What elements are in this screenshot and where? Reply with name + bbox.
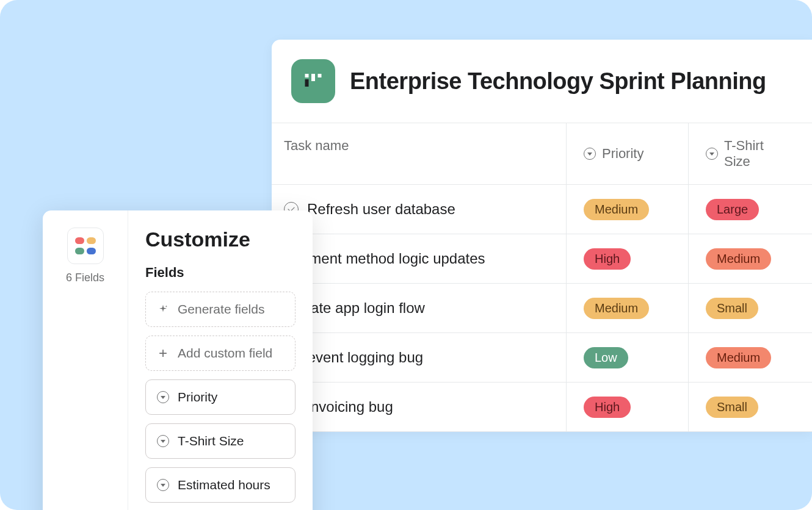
task-cell[interactable]: Refresh user database	[272, 185, 566, 234]
field-label: T-Shirt Size	[178, 434, 244, 448]
priority-pill[interactable]: High	[584, 397, 631, 418]
field-item[interactable]: Estimated hours	[145, 467, 295, 503]
table-header: Task name Priority T-Shirt Size	[272, 123, 812, 185]
svg-rect-0	[305, 74, 309, 77]
customize-main: Customize Fields Generate fields + Add c…	[128, 210, 313, 510]
priority-cell[interactable]: High	[566, 234, 688, 283]
task-cell[interactable]: Payment method logic updates	[272, 234, 566, 283]
column-header-size[interactable]: T-Shirt Size	[688, 123, 810, 184]
task-name: Payment method logic updates	[284, 250, 485, 267]
plus-icon: +	[157, 347, 169, 359]
add-custom-field-label: Add custom field	[178, 346, 272, 361]
priority-pill[interactable]: Medium	[584, 298, 649, 319]
dropdown-icon	[157, 479, 169, 491]
column-header-priority[interactable]: Priority	[566, 123, 688, 184]
sparkle-icon	[157, 303, 169, 315]
table-row[interactable]: Fix invoicing bugHighSmall	[272, 382, 812, 432]
task-cell[interactable]: Fix event logging bug	[272, 333, 566, 382]
size-cell[interactable]: Small	[688, 284, 810, 332]
svg-rect-1	[305, 79, 309, 87]
table-row[interactable]: Update app login flowMediumSmall	[272, 284, 812, 333]
size-pill[interactable]: Small	[706, 397, 758, 418]
priority-pill[interactable]: Low	[584, 347, 628, 368]
customize-title: Customize	[145, 228, 295, 251]
table-row[interactable]: Fix event logging bugLowMedium	[272, 333, 812, 382]
priority-pill[interactable]: Medium	[584, 199, 649, 220]
priority-cell[interactable]: Low	[566, 333, 688, 382]
dropdown-icon	[584, 148, 596, 160]
project-header: Enterprise Technology Sprint Planning	[272, 40, 812, 123]
priority-pill[interactable]: High	[584, 248, 631, 270]
column-header-task[interactable]: Task name	[272, 123, 566, 184]
table-row[interactable]: Payment method logic updatesHighMedium	[272, 234, 812, 284]
size-cell[interactable]: Small	[688, 382, 810, 431]
field-label: Estimated hours	[178, 478, 270, 492]
svg-rect-2	[311, 74, 315, 81]
project-title: Enterprise Technology Sprint Planning	[350, 68, 766, 95]
column-label: Priority	[602, 146, 643, 162]
main-panel: Enterprise Technology Sprint Planning Ta…	[272, 40, 812, 432]
size-cell[interactable]: Medium	[688, 333, 810, 382]
size-pill[interactable]: Medium	[706, 347, 771, 368]
table-body: Refresh user databaseMediumLargePayment …	[272, 185, 812, 432]
task-name: Refresh user database	[307, 201, 455, 218]
task-cell[interactable]: Update app login flow	[272, 284, 566, 332]
size-pill[interactable]: Small	[706, 298, 758, 319]
table-row[interactable]: Refresh user databaseMediumLarge	[272, 185, 812, 234]
column-label: T-Shirt Size	[724, 138, 793, 170]
priority-cell[interactable]: Medium	[566, 284, 688, 332]
customize-panel: 6 Fields Customize Fields Generate field…	[43, 210, 313, 510]
task-cell[interactable]: Fix invoicing bug	[272, 382, 566, 431]
dropdown-icon	[157, 435, 169, 447]
generate-fields-button[interactable]: Generate fields	[145, 292, 295, 327]
size-cell[interactable]: Medium	[688, 234, 810, 283]
field-list: PriorityT-Shirt SizeEstimated hours	[145, 379, 295, 503]
project-icon	[291, 59, 335, 103]
customize-subtitle: Fields	[145, 265, 295, 281]
field-label: Priority	[178, 390, 217, 404]
add-custom-field-button[interactable]: + Add custom field	[145, 336, 295, 371]
field-item[interactable]: T-Shirt Size	[145, 423, 295, 459]
fields-count: 6 Fields	[66, 271, 104, 284]
dropdown-icon	[706, 148, 718, 160]
priority-cell[interactable]: Medium	[566, 185, 688, 234]
size-pill[interactable]: Large	[706, 199, 759, 220]
customize-sidebar: 6 Fields	[43, 210, 128, 510]
size-cell[interactable]: Large	[688, 185, 810, 234]
svg-rect-3	[318, 74, 322, 77]
dropdown-icon	[157, 391, 169, 403]
field-item[interactable]: Priority	[145, 379, 295, 415]
fields-icon[interactable]	[67, 228, 104, 264]
size-pill[interactable]: Medium	[706, 248, 771, 270]
priority-cell[interactable]: High	[566, 382, 688, 431]
generate-fields-label: Generate fields	[178, 302, 264, 317]
